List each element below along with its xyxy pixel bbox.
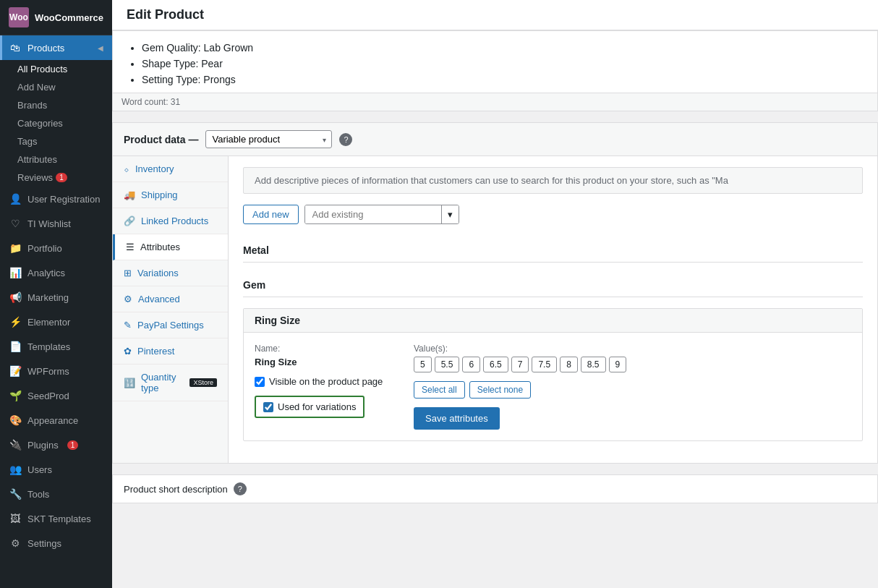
sidebar-sub-brands[interactable]: Brands — [0, 96, 112, 114]
value-chip-5: 7.5 — [532, 357, 557, 372]
qty-tab-icon: 🔢 — [124, 378, 135, 388]
attributes-tab-icon: ☰ — [126, 242, 135, 252]
select-none-button[interactable]: Select none — [469, 381, 531, 399]
elementor-icon: ⚡ — [9, 315, 22, 328]
select-all-button[interactable]: Select all — [414, 381, 465, 399]
product-type-select[interactable]: Simple product Variable product Grouped … — [205, 130, 332, 148]
tab-pinterest[interactable]: ✿ Pinterest — [113, 338, 228, 365]
product-short-desc-help-icon[interactable]: ? — [234, 482, 247, 495]
sidebar-item-skt-templates[interactable]: 🖼 SKT Templates — [0, 506, 112, 531]
tab-shipping[interactable]: 🚚 Shipping — [113, 182, 228, 208]
sidebar-sub-attributes[interactable]: Attributes — [0, 150, 112, 169]
desc-item-0: Gem Quality: Lab Grown — [142, 42, 863, 54]
sidebar-item-label: TI Wishlist — [27, 218, 71, 229]
name-value: Ring Size — [255, 357, 399, 367]
visible-checkbox-row: Visible on the product page — [255, 376, 399, 387]
add-existing-dropdown-btn[interactable]: ▾ — [441, 205, 459, 223]
sidebar-sub-reviews[interactable]: Reviews 1 — [0, 169, 112, 187]
sidebar-sub-categories[interactable]: Categories — [0, 114, 112, 132]
attribute-group-metal: Metal — [243, 239, 863, 263]
ring-size-body: Name: Ring Size Visible on the product p… — [244, 333, 862, 440]
value-chip-7: 8.5 — [581, 357, 606, 372]
values-container: 5 5.5 6 6.5 7 7.5 8 8.5 9 — [414, 357, 851, 372]
used-for-variations-label: Used for variations — [278, 401, 356, 412]
tab-linked-products[interactable]: 🔗 Linked Products — [113, 208, 228, 234]
product-type-wrapper: Simple product Variable product Grouped … — [205, 130, 332, 148]
shipping-tab-icon: 🚚 — [124, 189, 135, 200]
values-label: Value(s): — [414, 344, 851, 354]
sub-label: Tags — [17, 136, 37, 147]
tab-label: Pinterest — [137, 346, 174, 357]
sidebar-item-users[interactable]: 👥 Users — [0, 457, 112, 482]
sidebar-item-wpforms[interactable]: 📝 WPForms — [0, 359, 112, 383]
tab-paypal[interactable]: ✎ PayPal Settings — [113, 312, 228, 338]
add-new-button[interactable]: Add new — [243, 205, 299, 224]
value-chip-3: 6.5 — [483, 357, 508, 372]
content-area: Gem Quality: Lab Grown Shape Type: Pear … — [112, 30, 878, 503]
tab-label: Linked Products — [141, 216, 208, 226]
sidebar-item-label: Analytics — [27, 268, 65, 278]
sidebar-item-user-registration[interactable]: 👤 User Registration — [0, 187, 112, 211]
sidebar-item-tools[interactable]: 🔧 Tools — [0, 482, 112, 506]
visible-checkbox[interactable] — [255, 377, 265, 387]
products-icon: 🛍 — [9, 41, 22, 54]
sub-label: Categories — [17, 118, 63, 129]
tab-attributes[interactable]: ☰ Attributes — [113, 234, 228, 260]
tab-advanced[interactable]: ⚙ Advanced — [113, 286, 228, 312]
appearance-icon: 🎨 — [9, 414, 22, 427]
sidebar: Woo WooCommerce 🛍 Products ◀ All Product… — [0, 0, 112, 588]
gem-label: Gem — [243, 273, 863, 297]
page-title: Edit Product — [127, 7, 204, 22]
sidebar-item-templates[interactable]: 📄 Templates — [0, 334, 112, 359]
sidebar-item-label: User Registration — [27, 194, 100, 205]
sub-label: All Products — [17, 64, 67, 74]
sidebar-sub-all-products[interactable]: All Products — [0, 60, 112, 78]
tab-label: Inventory — [135, 163, 174, 174]
sub-label: Attributes — [17, 154, 57, 165]
sidebar-item-label: Portfolio — [27, 243, 62, 254]
used-for-variations-checkbox[interactable] — [263, 402, 273, 412]
sidebar-item-analytics[interactable]: 📊 Analytics — [0, 260, 112, 285]
tab-label: Quantity type — [141, 372, 179, 393]
sidebar-item-label: WPForms — [27, 366, 69, 377]
tab-inventory[interactable]: ⬦ Inventory — [113, 156, 228, 182]
add-existing-wrapper: ▾ — [304, 205, 459, 224]
sidebar-item-label: SeedProd — [27, 391, 69, 401]
tab-label: Attributes — [140, 242, 180, 252]
save-attributes-button[interactable]: Save attributes — [414, 407, 500, 430]
description-list: Gem Quality: Lab Grown Shape Type: Pear … — [127, 42, 863, 85]
value-chip-4: 7 — [511, 357, 529, 372]
settings-icon: ⚙ — [9, 537, 22, 550]
tab-variations[interactable]: ⊞ Variations — [113, 260, 228, 286]
add-existing-input[interactable] — [305, 205, 441, 223]
sidebar-item-marketing[interactable]: 📢 Marketing — [0, 285, 112, 310]
product-data-tabs: ⬦ Inventory 🚚 Shipping 🔗 Linked Products… — [113, 156, 229, 463]
word-count-bar: Word count: 31 — [113, 93, 877, 111]
advanced-tab-icon: ⚙ — [124, 294, 132, 304]
reviews-badge: 1 — [56, 173, 67, 182]
value-chip-8: 9 — [609, 357, 627, 372]
sidebar-sub-tags[interactable]: Tags — [0, 132, 112, 150]
sidebar-item-ti-wishlist[interactable]: ♡ TI Wishlist — [0, 211, 112, 236]
used-for-variations-box: Used for variations — [255, 396, 365, 418]
sidebar-item-label: Elementor — [27, 317, 70, 328]
sidebar-item-plugins[interactable]: 🔌 Plugins 1 — [0, 433, 112, 457]
sidebar-logo: Woo WooCommerce — [0, 0, 112, 35]
word-count-value: 31 — [171, 97, 180, 107]
user-reg-icon: 👤 — [9, 192, 22, 205]
desc-item-1: Shape Type: Pear — [142, 58, 863, 69]
sidebar-item-portfolio[interactable]: 📁 Portfolio — [0, 236, 112, 260]
ring-size-left: Name: Ring Size Visible on the product p… — [255, 344, 399, 430]
sidebar-item-label: Appearance — [27, 415, 78, 426]
sidebar-sub-add-new[interactable]: Add New — [0, 78, 112, 96]
sidebar-item-appearance[interactable]: 🎨 Appearance — [0, 408, 112, 433]
help-icon[interactable]: ? — [339, 133, 352, 146]
sidebar-item-seedprod[interactable]: 🌱 SeedProd — [0, 383, 112, 408]
sidebar-item-settings[interactable]: ⚙ Settings — [0, 531, 112, 555]
main-content: Edit Product Gem Quality: Lab Grown Shap… — [112, 0, 878, 588]
skt-icon: 🖼 — [9, 512, 22, 525]
portfolio-icon: 📁 — [9, 242, 22, 255]
sidebar-item-elementor[interactable]: ⚡ Elementor — [0, 310, 112, 334]
tab-quantity-type[interactable]: 🔢 Quantity type XStore — [113, 365, 228, 401]
sidebar-item-products[interactable]: 🛍 Products ◀ — [0, 35, 112, 60]
